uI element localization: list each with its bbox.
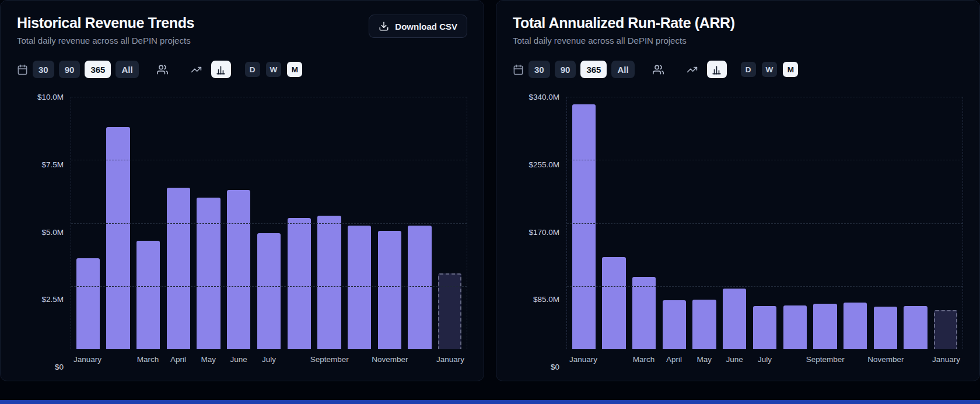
bar-march[interactable]	[632, 277, 656, 349]
granularity-button-w[interactable]: W	[266, 62, 282, 77]
granularity-button-d[interactable]: D	[741, 62, 756, 77]
gridline	[567, 160, 963, 160]
x-slot	[345, 349, 375, 367]
bar-january[interactable]	[76, 258, 100, 349]
bar-august[interactable]	[288, 218, 311, 349]
range-button-90[interactable]: 90	[59, 61, 80, 78]
line-chart-button[interactable]	[187, 61, 206, 78]
x-slot: January	[435, 349, 466, 367]
plot-area	[566, 97, 963, 349]
x-tick-label: September	[806, 355, 845, 367]
bar-march[interactable]	[136, 241, 160, 349]
range-button-30[interactable]: 30	[33, 61, 54, 78]
x-tick-label: November	[372, 355, 408, 367]
bar-july[interactable]	[753, 306, 776, 349]
gridline	[71, 286, 467, 287]
range-button-all[interactable]: All	[116, 61, 138, 78]
bar-june[interactable]	[723, 289, 746, 349]
granularity-button-m[interactable]: M	[287, 62, 302, 77]
x-slot: May	[689, 349, 719, 367]
revenue-bar-chart: $0$2.5M$5.0M$7.5M$10.0M JanuaryMarchApri…	[17, 97, 467, 367]
panel-header: Historical Revenue Trends Total daily re…	[17, 15, 467, 45]
users-icon	[157, 64, 168, 75]
bar-june[interactable]	[227, 190, 250, 349]
bar-april[interactable]	[663, 300, 686, 349]
x-slot	[841, 349, 871, 367]
panel-title: Total Annualized Run-Rate (ARR)	[513, 15, 735, 31]
gridline	[567, 223, 963, 224]
range-button-all[interactable]: All	[611, 61, 634, 78]
arr-bar-chart: $0$85.0M$170.0M$255.0M$340.0M JanuaryMar…	[513, 97, 963, 367]
gridline	[71, 97, 467, 97]
y-tick-label: $340.0M	[528, 93, 559, 101]
users-icon	[653, 64, 664, 75]
bar-january-projected[interactable]	[934, 310, 957, 349]
range-buttons: 3090365All	[528, 61, 635, 78]
bar-may[interactable]	[197, 198, 220, 349]
bar-chart-button[interactable]	[707, 61, 727, 78]
granularity-button-m[interactable]: M	[783, 62, 798, 77]
panel-heading-text: Historical Revenue Trends Total daily re…	[17, 15, 194, 45]
bar-april[interactable]	[167, 188, 190, 349]
bar-september[interactable]	[813, 304, 836, 349]
x-slot: March	[629, 349, 659, 367]
x-slot: January	[931, 349, 961, 367]
chart-toolbar: 3090365All DWM	[17, 61, 467, 78]
x-tick-label: June	[230, 355, 247, 367]
x-tick-label: September	[310, 355, 349, 367]
users-button[interactable]	[649, 61, 668, 78]
chart-type-group	[682, 61, 727, 78]
range-button-365[interactable]: 365	[85, 61, 111, 78]
download-csv-button[interactable]: Download CSV	[369, 15, 467, 38]
download-csv-label: Download CSV	[395, 22, 457, 31]
bar-september[interactable]	[317, 216, 341, 349]
y-axis: $0$85.0M$170.0M$255.0M$340.0M	[513, 97, 566, 367]
x-slot	[598, 349, 629, 367]
x-tick-label: January	[932, 355, 960, 367]
bar-may[interactable]	[692, 300, 716, 349]
range-buttons: 3090365All	[33, 61, 139, 78]
range-button-90[interactable]: 90	[555, 61, 576, 78]
bar-november[interactable]	[378, 231, 401, 350]
x-slot: January	[568, 349, 598, 367]
plot-area	[71, 97, 467, 349]
bar-july[interactable]	[257, 233, 281, 349]
range-group: 3090365All	[17, 61, 139, 78]
y-tick-label: $7.5M	[41, 160, 64, 168]
gridline	[71, 160, 467, 160]
bar-december[interactable]	[408, 226, 431, 349]
gridline	[567, 97, 963, 97]
bar-january-projected[interactable]	[438, 273, 461, 349]
granularity-buttons: DWM	[245, 62, 303, 77]
panel-subtitle: Total daily revenue across all DePIN pro…	[17, 36, 194, 45]
x-slot	[901, 349, 931, 367]
line-chart-button[interactable]	[682, 61, 702, 78]
bar-november[interactable]	[874, 307, 897, 349]
bar-february[interactable]	[602, 257, 625, 349]
bar-october[interactable]	[844, 303, 867, 349]
bar-january[interactable]	[572, 104, 596, 349]
x-slot: April	[163, 349, 194, 367]
bar-chart-button[interactable]	[211, 61, 231, 78]
bar-december[interactable]	[904, 306, 927, 349]
x-slot: July	[254, 349, 284, 367]
plot-column: JanuaryMarchAprilMayJuneJulySeptemberNov…	[71, 97, 467, 367]
x-tick-label: March	[633, 355, 655, 367]
x-slot	[103, 349, 133, 367]
granularity-button-d[interactable]: D	[245, 62, 260, 77]
y-tick-label: $10.0M	[37, 93, 64, 101]
y-tick-label: $0	[551, 363, 559, 371]
x-axis: JanuaryMarchAprilMayJuneJulySeptemberNov…	[566, 349, 963, 367]
x-slot: September	[810, 349, 841, 367]
bar-october[interactable]	[348, 226, 371, 349]
y-tick-label: $170.0M	[528, 227, 559, 236]
page-gap	[0, 381, 980, 400]
granularity-button-w[interactable]: W	[762, 62, 778, 77]
range-button-365[interactable]: 365	[580, 61, 607, 78]
users-button[interactable]	[153, 61, 173, 78]
range-button-30[interactable]: 30	[528, 61, 550, 78]
x-slot: January	[72, 349, 103, 367]
calendar-icon	[513, 64, 524, 75]
bar-august[interactable]	[783, 305, 807, 349]
bottom-accent-strip	[0, 400, 980, 404]
